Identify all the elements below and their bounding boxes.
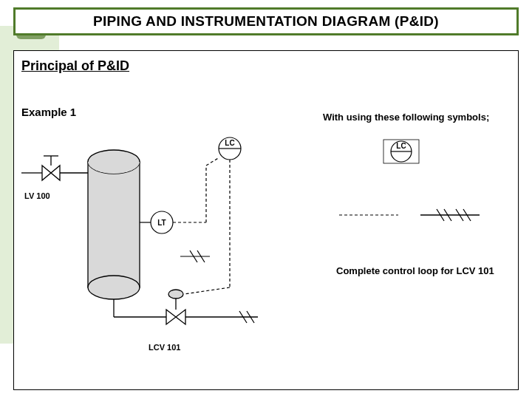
lc-text: LC (225, 139, 234, 147)
signal-line-lt-lc (173, 157, 219, 222)
lc-to-actuator (184, 287, 230, 294)
title-bar: PIPING AND INSTRUMENTATION DIAGRAM (P&ID… (13, 7, 519, 35)
lt-text: LT (157, 219, 166, 227)
vessel-icon (88, 150, 140, 299)
pid-diagram: LC LT (14, 51, 519, 391)
svg-line-13 (206, 157, 219, 166)
legend-solid-line-icon (420, 209, 480, 221)
content-panel: Principal of P&ID Example 1 With using t… (13, 50, 519, 390)
svg-rect-0 (88, 162, 140, 287)
legend-lc-icon: LC (383, 140, 419, 163)
legend-lc-text: LC (396, 142, 406, 150)
lv100-valve-icon (21, 156, 88, 180)
tick-marks (180, 250, 210, 262)
svg-marker-4 (42, 166, 60, 180)
svg-point-20 (168, 290, 183, 299)
slide-title: PIPING AND INSTRUMENTATION DIAGRAM (P&ID… (93, 13, 439, 30)
svg-marker-17 (166, 310, 185, 324)
lc-instrument-icon: LC (219, 137, 241, 160)
outlet-piping (114, 290, 258, 324)
svg-point-2 (88, 276, 140, 299)
lt-instrument-icon: LT (151, 211, 173, 233)
slide: PIPING AND INSTRUMENTATION DIAGRAM (P&ID… (0, 0, 532, 399)
